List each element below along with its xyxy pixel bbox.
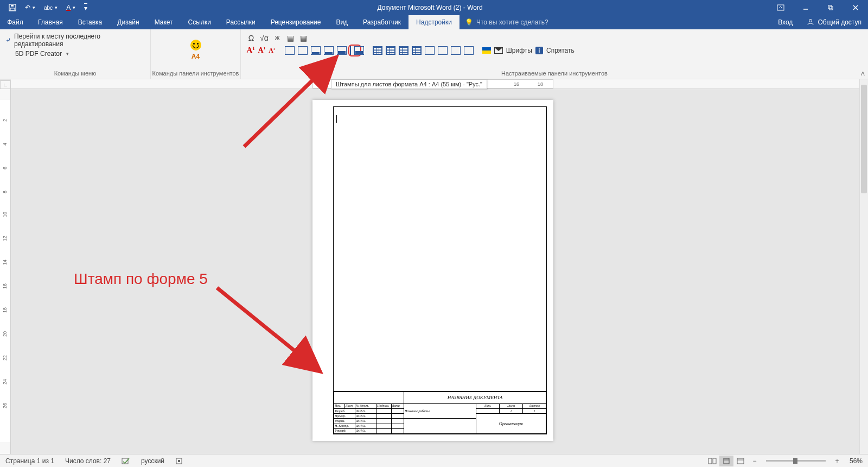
svg-rect-19 bbox=[737, 458, 744, 464]
smiley-icon[interactable] bbox=[190, 40, 201, 51]
tab-addins[interactable]: Надстройки bbox=[409, 15, 459, 29]
hide-button[interactable]: Спрятать bbox=[546, 47, 575, 54]
save-button[interactable] bbox=[4, 0, 21, 15]
frame-grid1-button[interactable] bbox=[373, 46, 382, 55]
info-icon[interactable]: i bbox=[535, 47, 543, 54]
ruler-tick: 6 bbox=[2, 167, 8, 169]
frame-bottom-button[interactable] bbox=[311, 46, 321, 55]
word-count[interactable]: Число слов: 27 bbox=[60, 457, 116, 465]
tab-mailings[interactable]: Рассылки bbox=[219, 15, 263, 29]
stamp-work-name: Название работы bbox=[404, 403, 476, 419]
ruler-tick: 10 bbox=[2, 212, 8, 217]
ruler-tick: 14 bbox=[2, 260, 8, 265]
ruler-tick: 24 bbox=[2, 379, 8, 384]
ruler-corner[interactable]: ∟ bbox=[0, 80, 11, 89]
share-button[interactable]: Общий доступ bbox=[800, 15, 868, 29]
omega-button[interactable]: Ω bbox=[246, 34, 256, 42]
spellcheck-button[interactable]: abc▾ bbox=[40, 0, 62, 15]
ribbon-display-button[interactable] bbox=[768, 0, 793, 15]
ruler-tick: 18 bbox=[538, 81, 543, 87]
maximize-button[interactable] bbox=[818, 0, 843, 15]
return-last-edit-button[interactable]: ⤶ Перейти к месту последнего редактирова… bbox=[5, 33, 145, 48]
frame-bottom3-button[interactable] bbox=[337, 46, 347, 55]
page[interactable]: НАЗВАНИЕ ДОКУМЕНТА Изм. Лист № докум. По… bbox=[312, 100, 553, 441]
ribbon: ⤶ Перейти к месту последнего редактирова… bbox=[0, 29, 868, 79]
macro-status[interactable] bbox=[170, 457, 188, 465]
annotation-text: Штамп по форме 5 bbox=[74, 270, 208, 288]
text-button[interactable]: Ж bbox=[272, 35, 282, 41]
window-title: Документ Microsoft Word (2) - Word bbox=[92, 4, 768, 11]
svg-rect-14 bbox=[178, 460, 180, 462]
stamp-r-razrab: Разраб. bbox=[334, 408, 355, 413]
tab-layout[interactable]: Макет bbox=[147, 15, 181, 29]
svg-rect-6 bbox=[829, 7, 833, 10]
language-status[interactable]: русский bbox=[136, 457, 170, 465]
envelope-button[interactable] bbox=[494, 47, 503, 54]
tab-view[interactable]: Вид bbox=[328, 15, 355, 29]
fonts-button[interactable]: Шрифты bbox=[506, 47, 532, 54]
frame-grid2-button[interactable] bbox=[386, 46, 395, 55]
view-web-button[interactable] bbox=[733, 456, 748, 466]
zoom-slider[interactable] bbox=[766, 460, 826, 462]
spellcheck-status[interactable] bbox=[116, 457, 136, 465]
frame-plain5-button[interactable] bbox=[451, 46, 461, 55]
a4-button[interactable]: А4 bbox=[192, 53, 200, 60]
stamp-page: 1 bbox=[499, 408, 522, 413]
vertical-scrollbar[interactable] bbox=[859, 79, 868, 454]
ruler-tick: 20 bbox=[2, 331, 8, 337]
pdf-creator-button[interactable]: 5D PDF Creator ▾ bbox=[5, 50, 69, 58]
frame-plain2-button[interactable] bbox=[298, 46, 308, 55]
stamp-h-sign: Подпись bbox=[376, 403, 391, 408]
svg-point-9 bbox=[809, 19, 812, 22]
font-a2-button[interactable]: A1 bbox=[258, 46, 266, 55]
frame-grid4-button[interactable] bbox=[412, 46, 422, 55]
font-color-button[interactable]: A▾ bbox=[62, 0, 80, 15]
view-print-button[interactable] bbox=[719, 456, 733, 466]
tab-review[interactable]: Рецензирование bbox=[263, 15, 329, 29]
stamp-fio: Ф.И.О. bbox=[355, 408, 376, 413]
signin-button[interactable]: Вход bbox=[770, 15, 800, 29]
ruler-tick: 2 bbox=[2, 119, 8, 122]
vertical-ruler[interactable]: 2 4 6 8 10 12 14 16 18 20 22 24 26 bbox=[0, 89, 11, 454]
grid-button[interactable]: ▦ bbox=[298, 34, 308, 42]
tab-developer[interactable]: Разработчик bbox=[355, 15, 409, 29]
tab-references[interactable]: Ссылки bbox=[181, 15, 219, 29]
font-a3-button[interactable]: A1 bbox=[269, 47, 275, 55]
svg-rect-3 bbox=[777, 5, 784, 10]
frame-plain4-button[interactable] bbox=[438, 46, 448, 55]
window-controls bbox=[768, 0, 868, 15]
minimize-button[interactable] bbox=[793, 0, 818, 15]
tab-design[interactable]: Дизайн bbox=[110, 15, 146, 29]
page-status[interactable]: Страница 1 из 1 bbox=[0, 457, 60, 465]
tellme-search[interactable]: 💡 Что вы хотите сделать? bbox=[459, 15, 548, 29]
frame-bottom4-button[interactable] bbox=[354, 46, 364, 55]
view-read-button[interactable] bbox=[705, 456, 719, 466]
tab-file[interactable]: Файл bbox=[0, 15, 30, 29]
table-button[interactable]: ▤ bbox=[285, 34, 295, 42]
ruler-tick: 4 bbox=[2, 143, 8, 146]
svg-rect-15 bbox=[709, 458, 712, 464]
tab-home[interactable]: Главная bbox=[30, 15, 71, 29]
zoom-in-button[interactable]: + bbox=[830, 456, 844, 466]
tab-insert[interactable]: Вставка bbox=[71, 15, 110, 29]
close-button[interactable] bbox=[843, 0, 868, 15]
share-icon bbox=[807, 18, 814, 27]
svg-rect-1 bbox=[10, 8, 15, 10]
zoom-out-button[interactable]: − bbox=[748, 456, 762, 466]
undo-button[interactable]: ↶▾ bbox=[21, 0, 40, 15]
frame-plain-button[interactable] bbox=[285, 46, 295, 55]
stamp-h-listov: Листов bbox=[522, 403, 546, 408]
zoom-level[interactable]: 56% bbox=[844, 457, 868, 465]
frame-plain6-button[interactable] bbox=[464, 46, 474, 55]
return-edit-label: Перейти к месту последнего редактировани… bbox=[14, 33, 145, 48]
stamp-h-izm: Изм. bbox=[334, 403, 345, 408]
frame-grid3-button[interactable] bbox=[399, 46, 409, 55]
collapse-ribbon-button[interactable]: ᐱ bbox=[861, 71, 865, 77]
ukraine-flag-button[interactable] bbox=[482, 47, 491, 54]
frame-plain3-button[interactable] bbox=[425, 46, 435, 55]
sqrt-button[interactable]: √α bbox=[259, 34, 269, 42]
scroll-thumb[interactable] bbox=[861, 85, 867, 193]
frame-bottom2-button[interactable] bbox=[324, 46, 334, 55]
titlebar: ↶▾ abc▾ A▾ ▾ Документ Microsoft Word (2)… bbox=[0, 0, 868, 15]
qat-customize-button[interactable]: ▾ bbox=[80, 0, 92, 15]
